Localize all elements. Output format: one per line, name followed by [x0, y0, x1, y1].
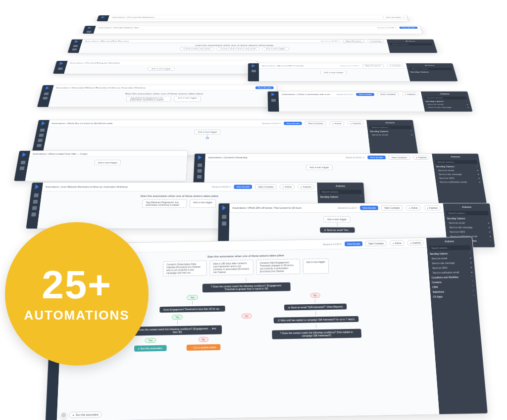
search-actions-input[interactable]: Search actions... [390, 43, 433, 45]
add-trigger[interactable]: Add a new trigger [190, 199, 216, 208]
run-automation-chip[interactable]: ▸ Run this automation [69, 411, 102, 418]
automation-window-2: Automations / (Function) Past Discovery … [67, 39, 438, 53]
condition-node[interactable]: ? Does the contact match the following c… [272, 329, 361, 339]
automation-window-8: Automations / (Pitch) Limited-Time Offer… [13, 150, 188, 181]
view-emails-button[interactable]: View Emails [284, 122, 302, 125]
active-toggle[interactable]: Active [389, 240, 405, 246]
canvas-tools: ▸ Run this automation [60, 411, 102, 419]
badge-count: 25+ [42, 265, 112, 305]
trigger-box[interactable]: Tag [Webinar] Registered: live automatio… [142, 199, 187, 208]
automation-window-5: Automations / (Automated Webinar) Remind… [37, 85, 278, 107]
promo-badge: 25+ AUTOMATIONS [5, 222, 149, 366]
automation-window-4: Automations / (Function) Pitch Handler S… [248, 63, 458, 82]
email-node[interactable]: ✉ Send an email "Still interested?" (Vie… [284, 304, 347, 311]
trigger-box[interactable]: Contact clicks a link in any email [216, 47, 259, 50]
search-actions-input[interactable]: Search actions... [429, 245, 471, 251]
actions-panel: Actions Search actions... Sending Option… [366, 120, 418, 155]
section-salesforce[interactable]: Salesforce [433, 290, 474, 293]
trigger-row: Contact's Subscription Date matches [Fun… [163, 258, 329, 276]
action-item[interactable]: Send a site message [430, 261, 472, 265]
action-item[interactable]: Send an SMS [431, 266, 472, 269]
action-item[interactable]: Send an email [430, 256, 472, 260]
automation-window-3: Automations / (Content) Evergreen Newsle… [52, 61, 257, 74]
avatar[interactable] [60, 412, 67, 419]
run-node[interactable]: ▸ Run this automation [134, 345, 167, 352]
add-trigger[interactable]: Add a new trigger [174, 96, 201, 102]
add-start-trigger[interactable]: Add a start trigger [94, 160, 121, 165]
section-conditions[interactable]: Conditions and Workflow [431, 276, 473, 279]
start-label: Start this automation when one of these … [207, 254, 284, 258]
add-start-trigger[interactable]: Add a start trigger [320, 71, 347, 74]
breadcrumb: Automations / (Pre-Launch) Waiting List [111, 17, 380, 18]
saved-label: Saved at 11:09 ⟳ [323, 242, 342, 245]
inactive-toggle[interactable]: Inactive [407, 240, 424, 246]
action-item[interactable]: Send a notification email [431, 271, 473, 274]
view-emails-button[interactable]: View Emails [234, 185, 252, 188]
add-start-trigger[interactable]: Add a start trigger [148, 67, 175, 70]
add-start-trigger[interactable]: Add a start trigger [306, 165, 333, 170]
actions-panel: Actions Search actions... [387, 40, 437, 53]
search-actions-input[interactable]: Search actions... [369, 126, 411, 129]
add-trigger[interactable]: Add a new trigger [303, 258, 329, 274]
trigger-box[interactable]: Contact reads any email [180, 47, 214, 50]
search-actions-input[interactable]: Search actions... [320, 190, 362, 194]
condition-node[interactable]: Does the contact match the following con… [133, 326, 222, 336]
section-crm[interactable]: CRM [432, 285, 474, 288]
view-contacts-button[interactable]: View Contacts [383, 16, 405, 18]
section-sending[interactable]: Sending Options [430, 252, 471, 255]
section-cx[interactable]: CX Apps [433, 294, 475, 298]
trigger-box[interactable]: Contact's field Engagement Threshold cha… [256, 259, 300, 275]
email-node[interactable]: ✉ Send an email "Are… [320, 228, 355, 233]
trigger-box[interactable]: Contact's Subscription Date matches [Fun… [163, 260, 207, 276]
automation-window-1: Automations / (Function) Delivery Set Sa… [82, 26, 423, 34]
add-start-trigger[interactable]: Add a start trigger [194, 130, 221, 135]
automation-window-0: Automations / (Pre-Launch) Waiting List … [96, 15, 408, 21]
start-label: Start this automation when one of these … [195, 45, 273, 46]
view-contacts-button[interactable]: View Contacts [255, 185, 276, 189]
add-start-trigger[interactable]: Add a start trigger [323, 216, 350, 223]
badge-label: AUTOMATIONS [24, 308, 129, 323]
active-toggle[interactable]: Active [329, 121, 345, 125]
no-branch: No [310, 293, 320, 298]
condition-node[interactable]: Does Engagement Threshold is less than 3… [159, 306, 225, 313]
goto-node[interactable]: → Go to another action [187, 344, 220, 351]
add-trigger[interactable]: Add a new trigger [262, 47, 289, 50]
automation-window-6: Automations / (Pitch) 3 workshops with 3… [267, 91, 473, 112]
view-contacts-button[interactable]: View Contacts [343, 40, 364, 42]
yes-branch: Yes [187, 295, 198, 300]
action-item[interactable]: Send an email [370, 134, 412, 136]
trigger-box[interactable]: Date is 180 days after contact's Last In… [209, 260, 254, 276]
view-contacts-button[interactable]: View Contacts [365, 240, 387, 246]
inactive-toggle[interactable]: Inactive [367, 40, 384, 42]
actions-title: Actions [429, 239, 470, 243]
inactive-toggle[interactable]: Inactive [347, 121, 364, 125]
logo-icon [100, 16, 106, 18]
view-contacts-button[interactable]: View Contacts [305, 121, 327, 125]
view-emails-button[interactable]: View Emails [399, 27, 418, 29]
topbar: Automations / (Pre-Launch) Waiting List … [108, 15, 407, 19]
stage: Automations / (Pre-Launch) Waiting List … [0, 0, 507, 420]
wait-node[interactable]: ⏱ Wait until has replied to campaign Sti… [273, 316, 358, 324]
section-contacts[interactable]: Contacts [432, 280, 473, 283]
condition-node[interactable]: ? Does the contact match the following c… [202, 282, 290, 293]
view-emails-button[interactable]: View Emails [345, 241, 363, 246]
trigger-box[interactable]: Tag [Webinar] Registered: live automatio… [126, 96, 172, 102]
